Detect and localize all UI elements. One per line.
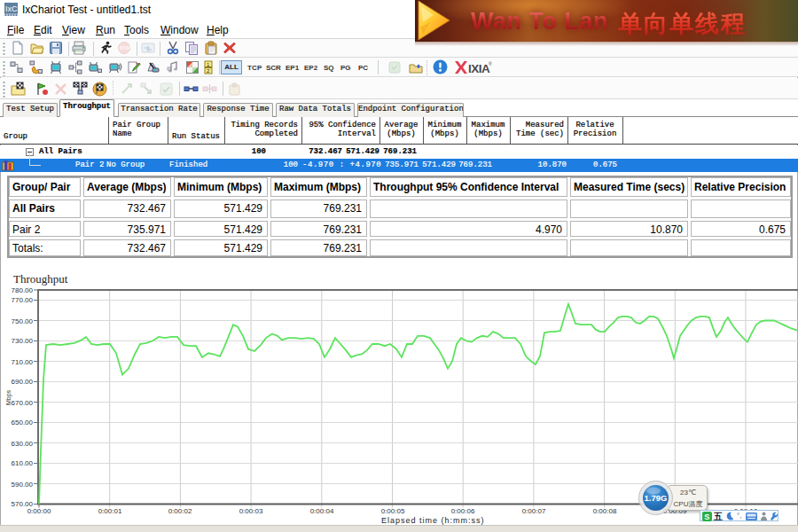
- svg-text:IxC: IxC: [5, 4, 18, 13]
- svg-text:®: ®: [489, 61, 492, 66]
- svg-text:STOP: STOP: [120, 46, 130, 51]
- svg-text:S: S: [704, 512, 709, 521]
- svg-text:IXIA: IXIA: [468, 62, 490, 75]
- svg-text:1.79G: 1.79G: [645, 493, 668, 503]
